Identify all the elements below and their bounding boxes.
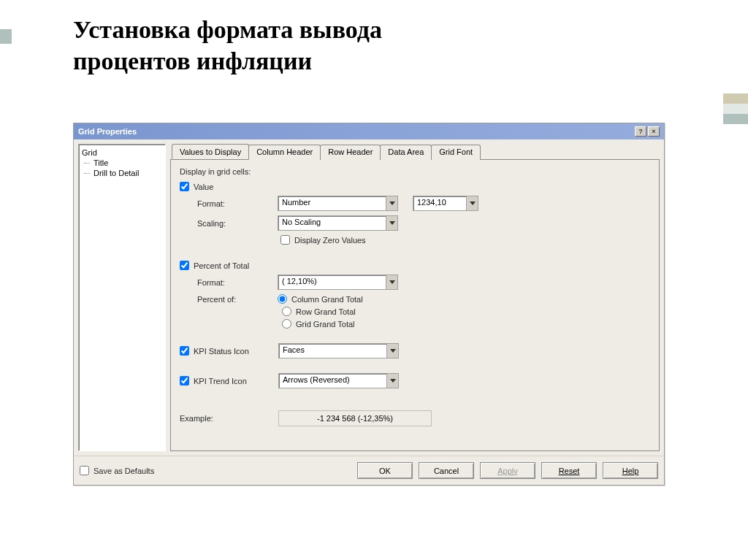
percent-total-checkbox[interactable]	[180, 261, 189, 270]
tab-data-area[interactable]: Data Area	[380, 145, 432, 160]
slide-accent-right	[723, 93, 748, 124]
radio-column-label: Column Grand Total	[291, 295, 363, 304]
value-checkbox[interactable]	[180, 182, 189, 191]
tree-item-grid[interactable]: Grid	[82, 147, 162, 158]
chevron-down-icon[interactable]	[386, 275, 397, 289]
display-zero-checkbox[interactable]	[280, 235, 290, 245]
display-zero-label: Display Zero Values	[294, 236, 366, 245]
tab-column-header[interactable]: Column Header	[248, 145, 321, 160]
tree-item-title[interactable]: Title	[82, 158, 162, 168]
chevron-down-icon[interactable]	[386, 196, 397, 210]
tab-grid-font[interactable]: Grid Font	[431, 145, 481, 160]
slide-accent-left	[0, 29, 12, 44]
tab-content: Display in grid cells: Value Format: Num…	[170, 159, 660, 451]
kpi-status-label: KPI Status Icon	[194, 347, 278, 356]
tree-item-drill[interactable]: Drill to Detail	[82, 168, 162, 178]
radio-grid-label: Grid Grand Total	[296, 320, 355, 329]
display-in-cells-label: Display in grid cells:	[180, 167, 650, 176]
radio-column-total[interactable]	[278, 294, 287, 304]
help-button[interactable]: Help	[603, 462, 658, 479]
example-label: Example:	[180, 414, 278, 423]
kpi-status-checkbox[interactable]	[180, 346, 189, 356]
radio-grid-total[interactable]	[282, 319, 291, 329]
chevron-down-icon[interactable]	[386, 216, 397, 230]
apply-button[interactable]: Apply	[480, 462, 535, 479]
tree-panel: Grid Title Drill to Detail	[78, 144, 166, 451]
chevron-down-icon[interactable]	[386, 374, 398, 388]
chevron-down-icon[interactable]	[466, 196, 478, 210]
percent-total-label: Percent of Total	[194, 261, 249, 270]
format-select[interactable]: Number	[278, 196, 398, 211]
percent-format-select[interactable]: ( 12,10%)	[278, 275, 398, 290]
slide-heading: Установка формата вывода процентов инфля…	[73, 15, 748, 77]
grid-properties-dialog: Grid Properties ? × Grid Title Drill to …	[73, 123, 665, 486]
save-defaults-checkbox[interactable]	[80, 466, 89, 475]
chevron-down-icon[interactable]	[386, 344, 398, 358]
save-defaults-label: Save as Defaults	[94, 467, 154, 475]
scaling-select[interactable]: No Scaling	[278, 215, 398, 231]
kpi-status-select[interactable]: Faces	[278, 343, 399, 358]
radio-row-total[interactable]	[282, 307, 291, 316]
scaling-label: Scaling:	[197, 219, 278, 228]
help-icon[interactable]: ?	[635, 126, 646, 137]
dialog-title: Grid Properties	[78, 127, 137, 136]
reset-button[interactable]: Reset	[541, 462, 597, 479]
cancel-button[interactable]: Cancel	[419, 462, 474, 479]
titlebar[interactable]: Grid Properties ? ×	[74, 123, 664, 139]
kpi-trend-select[interactable]: Arrows (Reversed)	[278, 373, 399, 388]
tab-strip: Values to Display Column Header Row Head…	[170, 144, 660, 159]
percent-of-label: Percent of:	[197, 295, 278, 304]
format-label: Format:	[197, 199, 278, 208]
kpi-trend-label: KPI Trend Icon	[194, 377, 278, 386]
percent-format-label: Format:	[197, 278, 278, 287]
kpi-trend-checkbox[interactable]	[180, 376, 189, 386]
close-icon[interactable]: ×	[648, 126, 660, 137]
format-sample-select[interactable]: 1234,10	[413, 196, 478, 211]
dialog-footer: Save as Defaults OK Cancel Apply Reset H…	[74, 456, 664, 485]
example-display: -1 234 568 (-12,35%)	[278, 410, 432, 426]
value-label: Value	[194, 183, 213, 191]
ok-button[interactable]: OK	[357, 462, 413, 479]
tab-row-header[interactable]: Row Header	[320, 145, 381, 160]
tab-values-to-display[interactable]: Values to Display	[172, 144, 249, 159]
radio-row-label: Row Grand Total	[296, 307, 356, 316]
